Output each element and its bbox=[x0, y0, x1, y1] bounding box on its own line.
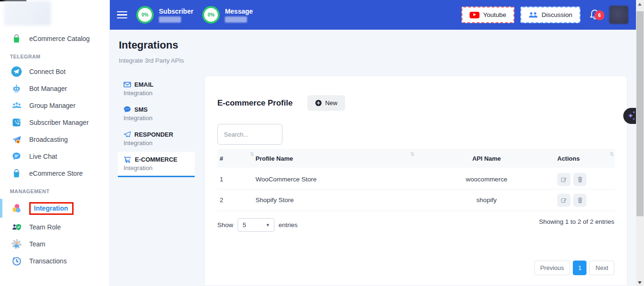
subscriber-stat: 0% Subscriber bbox=[136, 6, 193, 24]
profile-name-cell: WooCommerce Store bbox=[256, 168, 416, 189]
robot-icon bbox=[11, 83, 22, 94]
sidebar-item-team-role[interactable]: Team Role bbox=[0, 219, 110, 236]
scroll-up-arrow-icon[interactable] bbox=[638, 3, 642, 6]
delete-button[interactable] bbox=[573, 173, 586, 186]
current-page-button[interactable]: 1 bbox=[573, 261, 586, 275]
entries-select[interactable]: 5 ▾ bbox=[238, 218, 274, 232]
message-stat-label: Message bbox=[225, 8, 253, 15]
sidebar-item-ecommerce-store[interactable]: eCommerce Store bbox=[0, 165, 110, 182]
entries-label: entries bbox=[279, 221, 298, 229]
sidebar-item-live-chat[interactable]: Live Chat bbox=[0, 148, 110, 165]
profile-name-cell: Shopify Store bbox=[256, 189, 416, 211]
sidebar-item-broadcasting[interactable]: Broadcasting bbox=[0, 131, 110, 148]
app-logo-blurred bbox=[4, 1, 51, 25]
youtube-button-label: Youtube bbox=[483, 11, 506, 18]
plus-circle-icon bbox=[315, 99, 322, 106]
sidebar: eCommerce Catalog TELEGRAM Connect Bot B… bbox=[0, 0, 110, 286]
subnav-item-responder[interactable]: RESPONDER Integration bbox=[118, 127, 195, 151]
table-row: 2 Shopify Store shopify bbox=[217, 189, 615, 211]
previous-page-button[interactable]: Previous bbox=[534, 261, 570, 275]
sparkle-icon: ✦ bbox=[632, 110, 636, 114]
sparkle-icon: ✦ bbox=[632, 117, 635, 121]
telegram-plane-icon bbox=[11, 66, 22, 77]
scrollbar-thumb[interactable] bbox=[636, 11, 644, 216]
paper-plane-outline-icon bbox=[124, 131, 131, 138]
integration-subnav: EMAIL Integration SMS Integration RESPON… bbox=[118, 77, 195, 178]
subnav-title: EMAIL bbox=[134, 81, 153, 88]
subnav-item-email[interactable]: EMAIL Integration bbox=[118, 77, 195, 101]
sort-icon[interactable]: ⇅ bbox=[410, 151, 414, 157]
subscriber-progress-ring: 0% bbox=[136, 6, 154, 24]
users-icon bbox=[528, 11, 538, 18]
sidebar-item-bot-manager[interactable]: Bot Manager bbox=[0, 80, 110, 97]
delete-button[interactable] bbox=[573, 194, 586, 207]
subnav-subtitle: Integration bbox=[124, 164, 189, 172]
trash-icon bbox=[577, 176, 583, 183]
entries-select-value: 5 bbox=[243, 221, 246, 229]
sidebar-item-ecommerce-catalog[interactable]: eCommerce Catalog bbox=[0, 30, 110, 47]
row-number: 1 bbox=[217, 168, 256, 189]
edit-button[interactable] bbox=[557, 173, 570, 186]
subnav-title: SMS bbox=[134, 106, 148, 113]
shield-person-icon bbox=[11, 221, 22, 233]
show-label: Show bbox=[217, 221, 233, 229]
sidebar-item-label: eCommerce Store bbox=[29, 170, 83, 177]
sort-icon[interactable]: ⇅ bbox=[610, 151, 614, 157]
table-header-row: #⇅ Profile Name⇅ API Name Actions⇅ bbox=[217, 149, 615, 168]
sidebar-item-label: Group Manager bbox=[29, 102, 75, 109]
profiles-table: #⇅ Profile Name⇅ API Name Actions⇅ 1 Woo… bbox=[217, 149, 615, 211]
scroll-down-arrow-icon[interactable] bbox=[638, 281, 642, 284]
subnav-subtitle: Integration bbox=[124, 139, 189, 147]
api-name-cell: shopify bbox=[416, 189, 557, 211]
sidebar-item-group-manager[interactable]: Group Manager bbox=[0, 97, 110, 114]
sort-icon[interactable]: ⇅ bbox=[250, 151, 254, 157]
chat-bubble-icon bbox=[11, 151, 22, 162]
avatar[interactable] bbox=[609, 6, 628, 24]
chevron-down-icon: ▾ bbox=[266, 222, 269, 228]
sidebar-item-team[interactable]: Team bbox=[0, 236, 110, 253]
message-stat: 0% Message bbox=[202, 6, 253, 24]
subnav-subtitle: Integration bbox=[124, 114, 189, 122]
search-input[interactable] bbox=[217, 124, 282, 145]
subnav-item-ecommerce[interactable]: E-COMMERCE Integration bbox=[118, 152, 195, 177]
trash-icon bbox=[577, 197, 583, 204]
youtube-button[interactable]: Youtube bbox=[462, 7, 514, 23]
paper-plane-badge-icon bbox=[11, 134, 22, 145]
edit-button[interactable] bbox=[557, 194, 570, 207]
sidebar-item-connect-bot[interactable]: Connect Bot bbox=[0, 63, 110, 80]
sidebar-item-label: Integration bbox=[34, 204, 68, 212]
new-profile-button[interactable]: New bbox=[307, 95, 345, 111]
subnav-item-sms[interactable]: SMS Integration bbox=[118, 102, 195, 126]
subscriber-stat-label: Subscriber bbox=[159, 8, 193, 15]
highlight-box: Integration bbox=[29, 202, 74, 215]
sidebar-item-transactions[interactable]: Transactions bbox=[0, 253, 110, 270]
pagination: Previous 1 Next bbox=[534, 261, 614, 275]
users-group-icon bbox=[11, 100, 22, 111]
page-title: Integrations bbox=[119, 39, 178, 51]
actions-cell bbox=[557, 189, 615, 211]
sidebar-item-integration[interactable]: Integration bbox=[0, 198, 110, 219]
vertical-scrollbar[interactable] bbox=[636, 0, 644, 286]
new-button-label: New bbox=[325, 99, 338, 106]
sidebar-item-label: Transactions bbox=[29, 257, 67, 265]
sidebar-item-subscriber-manager[interactable]: Subscriber Manager bbox=[0, 114, 110, 131]
showing-entries-text: Showing 1 to 2 of 2 entries bbox=[539, 218, 614, 225]
next-page-button[interactable]: Next bbox=[589, 261, 614, 275]
youtube-play-icon bbox=[470, 12, 479, 18]
notifications-button[interactable]: 6 bbox=[589, 8, 600, 22]
sidebar-item-label: Connect Bot bbox=[29, 68, 66, 75]
column-header-profile-name[interactable]: Profile Name⇅ bbox=[256, 149, 416, 168]
column-header-api-name[interactable]: API Name bbox=[416, 149, 557, 168]
history-clock-icon bbox=[11, 255, 22, 267]
sidebar-item-label: Broadcasting bbox=[29, 136, 68, 143]
discussion-button[interactable]: Discussion bbox=[520, 7, 580, 23]
sidebar-item-label: Live Chat bbox=[29, 153, 57, 160]
sidebar-item-label: Team bbox=[29, 240, 45, 248]
ecommerce-profile-card: E-commerce Profile New #⇅ Profile Name⇅ … bbox=[204, 75, 627, 286]
column-header-number[interactable]: #⇅ bbox=[217, 149, 256, 168]
hamburger-menu-icon[interactable] bbox=[117, 9, 127, 21]
contact-book-phone-icon bbox=[11, 117, 22, 128]
subnav-title: E-COMMERCE bbox=[135, 156, 177, 163]
sms-bubble-icon bbox=[124, 106, 131, 113]
api-name-cell: woocommerce bbox=[416, 168, 557, 189]
